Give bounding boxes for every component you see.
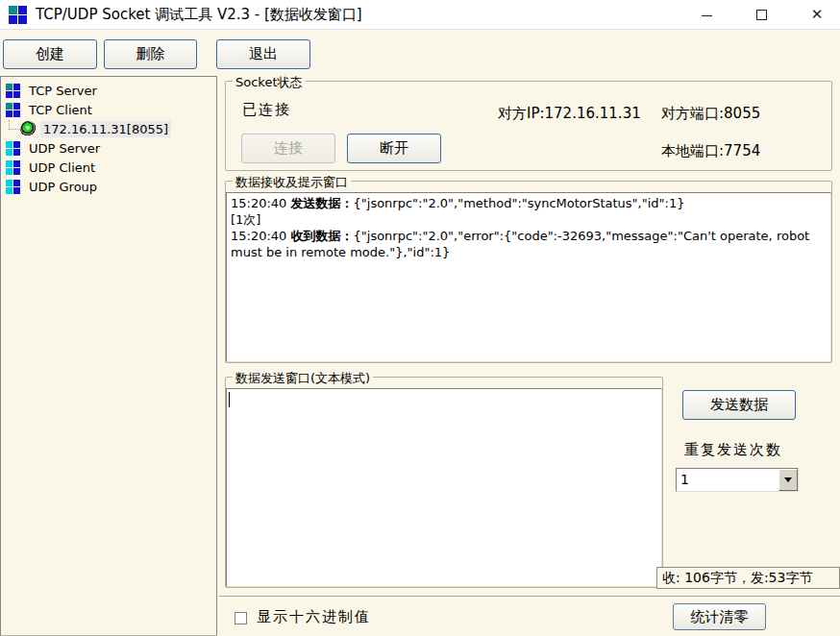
close-button[interactable]: ✕ — [795, 0, 839, 30]
tree-item-tcp-client[interactable]: TCP Client — [1, 100, 216, 119]
peer-port-label: 对方端口:8055 — [661, 105, 760, 123]
socket-status-title: Socket状态 — [233, 74, 306, 91]
log-line: 15:20:40 发送数据：{"jsonrpc":"2.0","method":… — [231, 195, 827, 211]
connection-state: 已连接 — [242, 101, 291, 119]
repeat-count-label: 重复发送次数 — [684, 441, 782, 459]
chevron-down-icon — [784, 477, 792, 482]
udp-group-icon — [6, 180, 20, 194]
reset-stats-button[interactable]: 统计清零 — [673, 603, 766, 630]
close-icon: ✕ — [811, 8, 824, 22]
socket-tree: TCP Server TCP Client 172.16.11.31[8055]… — [0, 76, 217, 636]
bottom-divider — [219, 596, 840, 599]
delete-button[interactable]: 删除 — [104, 39, 197, 69]
window-title: TCP/UDP Socket 调试工具 V2.3 - [数据收发窗口] — [36, 0, 362, 30]
connected-socket-icon — [20, 121, 37, 137]
hex-display-label: 显示十六进制值 — [257, 608, 371, 626]
log-line: [1次] — [231, 211, 827, 228]
tree-item-udp-client[interactable]: UDP Client — [1, 158, 216, 177]
connect-button[interactable]: 连接 — [241, 134, 335, 163]
receive-group: 数据接收及提示窗口 15:20:40 发送数据：{"jsonrpc":"2.0"… — [225, 181, 832, 363]
socket-tool-window: { "colors": { "bg": "#fbf7e8", "accent":… — [0, 0, 840, 636]
repeat-count-value: 1 — [677, 469, 778, 491]
exit-button[interactable]: 退出 — [216, 39, 310, 69]
minimize-button[interactable] — [684, 0, 729, 30]
disconnect-button[interactable]: 断开 — [347, 134, 441, 163]
connection-label: 172.16.11.31[8055] — [40, 121, 171, 137]
byte-counter-status: 收: 106字节，发:53字节 — [656, 567, 840, 589]
send-group: 数据发送窗口(文本模式) — [225, 377, 663, 588]
app-icon — [9, 6, 27, 24]
tree-item-udp-group[interactable]: UDP Group — [1, 177, 216, 196]
tree-item-udp-server[interactable]: UDP Server — [1, 138, 216, 158]
minimize-icon — [702, 15, 712, 16]
tcp-server-icon — [6, 84, 20, 98]
text-caret — [229, 392, 230, 407]
combobox-dropdown-button[interactable] — [778, 469, 798, 491]
log-line: 15:20:40 收到数据：{"jsonrpc":"2.0","error":{… — [231, 228, 827, 260]
udp-server-icon — [6, 141, 20, 156]
socket-status-group: Socket状态 已连接 对方IP:172.16.11.31 对方端口:8055… — [225, 81, 832, 171]
receive-log[interactable]: 15:20:40 发送数据：{"jsonrpc":"2.0","method":… — [226, 192, 831, 362]
tree-item-connection[interactable]: 172.16.11.31[8055] — [1, 119, 216, 138]
receive-group-title: 数据接收及提示窗口 — [233, 174, 351, 191]
create-button[interactable]: 创建 — [3, 39, 97, 69]
send-data-button[interactable]: 发送数据 — [682, 390, 796, 420]
maximize-button[interactable] — [739, 0, 783, 30]
udp-client-icon — [6, 160, 20, 175]
hex-display-checkbox[interactable] — [235, 612, 247, 624]
repeat-count-combobox[interactable]: 1 — [676, 468, 799, 492]
send-group-title: 数据发送窗口(文本模式) — [233, 370, 373, 387]
tree-branch-connector — [9, 120, 20, 130]
titlebar: TCP/UDP Socket 调试工具 V2.3 - [数据收发窗口] ✕ — [0, 0, 840, 30]
maximize-icon — [756, 10, 767, 20]
send-input[interactable] — [226, 388, 662, 587]
tree-item-tcp-server[interactable]: TCP Server — [1, 81, 216, 100]
tcp-client-icon — [6, 103, 20, 117]
peer-ip-label: 对方IP:172.16.11.31 — [498, 105, 641, 123]
local-port-label: 本地端口:7754 — [661, 142, 760, 160]
